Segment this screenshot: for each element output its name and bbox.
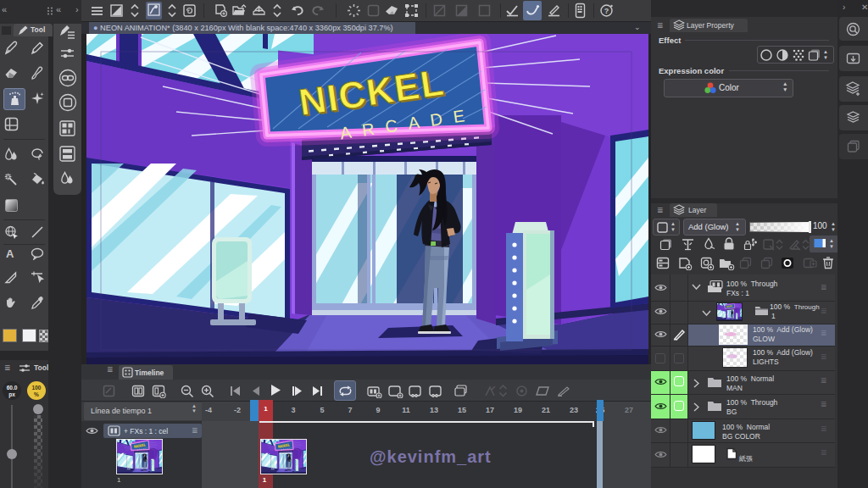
svg-text:?: ? bbox=[604, 7, 609, 15]
